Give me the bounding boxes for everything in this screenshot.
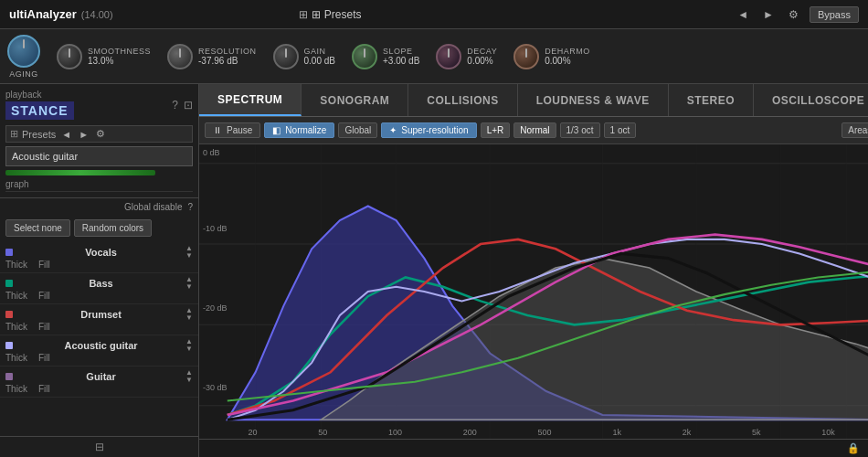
- presets-grid-icon: ⊞: [10, 128, 18, 140]
- track-name-label: Drumset: [80, 309, 122, 320]
- track-item: Acoustic guitar ▲ ▼ Thick Fill: [0, 335, 198, 367]
- preset-gear-button[interactable]: ⚙: [94, 128, 107, 140]
- select-buttons-row: Select none Random colors: [0, 216, 198, 240]
- super-resolution-button[interactable]: ✦ Super-resolution: [381, 122, 476, 138]
- track-details: Thick Fill: [5, 260, 193, 270]
- track-name-row: Vocals ▲ ▼: [5, 245, 193, 260]
- oct-third-button[interactable]: 1/3 oct: [560, 122, 600, 138]
- controls-bar: AGING SMOOTHNESS 13.0% RESOLUTION -37.96…: [0, 29, 868, 84]
- x-label-1k: 1k: [612, 428, 621, 437]
- app-version: (14.00): [81, 9, 113, 20]
- decay-control: DECAY 0.00%: [436, 44, 497, 69]
- sidebar: playback STANCE ? ⊡ ⊞ Presets ◄ ► ⚙ Acou…: [0, 84, 199, 457]
- select-none-button[interactable]: Select none: [5, 219, 70, 237]
- header-right-controls: ◄ ► ⚙ Bypass: [734, 6, 859, 23]
- deharmonic-knob[interactable]: [513, 44, 539, 69]
- presets-text: Presets: [22, 129, 56, 140]
- deharmonic-control: DEHARMO 0.00%: [513, 44, 590, 69]
- graph-label: graph: [5, 175, 193, 192]
- slope-knob[interactable]: [352, 44, 377, 69]
- track-arrows: ▲ ▼: [185, 245, 193, 260]
- track-name-row: Guitar ▲ ▼: [5, 369, 193, 384]
- track-down-arrow[interactable]: ▼: [185, 252, 193, 260]
- help-icon[interactable]: ?: [172, 99, 178, 112]
- track-color-indicator: [5, 311, 13, 318]
- track-fill: Fill: [38, 384, 50, 394]
- x-axis-labels: 20 50 100 200 500 1k 2k 5k 10k: [199, 428, 868, 437]
- tab-collisions[interactable]: COLLISIONS: [408, 84, 517, 116]
- track-style: Thick: [5, 353, 27, 363]
- track-details: Thick Fill: [5, 291, 193, 301]
- x-label-100: 100: [388, 428, 402, 437]
- tab-sonogram[interactable]: SONOGRAM: [302, 84, 408, 116]
- track-fill: Fill: [38, 260, 50, 270]
- presets-label[interactable]: ⊞ Presets: [312, 8, 361, 21]
- smoothness-label: SMOOTHNESS: [88, 47, 151, 56]
- x-label-200: 200: [463, 428, 477, 437]
- sidebar-playback: playback STANCE: [5, 90, 74, 120]
- lock-icon[interactable]: 🔒: [847, 442, 860, 454]
- resolution-label: RESOLUTION: [198, 47, 257, 56]
- aging-knob[interactable]: [7, 35, 40, 68]
- aging-control: AGING: [7, 35, 40, 79]
- track-down-arrow[interactable]: ▼: [185, 314, 193, 322]
- normalize-button[interactable]: ◧ Normalize: [264, 122, 334, 138]
- lr-button[interactable]: L+R: [481, 122, 511, 138]
- gain-value: 0.00 dB: [304, 56, 335, 66]
- y-label-30db: -30 dB: [203, 383, 228, 392]
- super-res-label: Super-resolution: [401, 125, 468, 135]
- slope-value: +3.00 dB: [383, 56, 419, 66]
- preset-next-button[interactable]: ►: [77, 129, 90, 140]
- normal-button[interactable]: Normal: [513, 122, 556, 138]
- x-label-500: 500: [538, 428, 552, 437]
- tab-stereo[interactable]: STEREO: [669, 84, 754, 116]
- resolution-knob[interactable]: [167, 44, 193, 69]
- tab-spectrum[interactable]: SPECTRUM: [199, 84, 302, 116]
- track-down-arrow[interactable]: ▼: [185, 283, 193, 291]
- content-area: SPECTRUMSONOGRAMCOLLISIONSLOUDNESS & WAV…: [199, 84, 868, 457]
- track-color-indicator: [5, 342, 13, 349]
- track-arrows: ▲ ▼: [185, 307, 193, 322]
- sidebar-icons: ? ⊡: [172, 99, 193, 112]
- nav-next-button[interactable]: ►: [759, 6, 778, 23]
- nav-prev-button[interactable]: ◄: [734, 6, 752, 23]
- track-style: Thick: [5, 260, 27, 270]
- x-label-5k: 5k: [752, 428, 761, 437]
- sidebar-bottom: ⊟: [0, 436, 198, 457]
- track-details: Thick Fill: [5, 322, 193, 332]
- preset-prev-button[interactable]: ◄: [59, 129, 73, 140]
- decay-knob[interactable]: [436, 44, 461, 69]
- track-name-label: Guitar: [86, 371, 115, 382]
- global-disable-question-icon[interactable]: ?: [187, 202, 193, 212]
- sidebar-top: playback STANCE ? ⊡ ⊞ Presets ◄ ► ⚙ Acou…: [0, 84, 198, 198]
- super-res-icon: ✦: [389, 125, 397, 135]
- resolution-value: -37.96 dB: [198, 56, 257, 66]
- header-bar: ultiAnalyzer (14.00) ⊞ ⊞ Presets ◄ ► ⚙ B…: [0, 0, 868, 29]
- aging-label: AGING: [9, 69, 38, 79]
- tabs-bar: SPECTRUMSONOGRAMCOLLISIONSLOUDNESS & WAV…: [199, 84, 868, 117]
- oct-button[interactable]: 1 oct: [604, 122, 637, 138]
- track-item: Guitar ▲ ▼ Thick Fill: [0, 367, 198, 398]
- gain-knob[interactable]: [273, 44, 299, 69]
- pause-button[interactable]: ⏸ Pause: [205, 122, 260, 138]
- pause-icon: ⏸: [213, 125, 222, 135]
- settings-icon-button[interactable]: ⚙: [785, 6, 802, 23]
- playback-label: playback: [5, 90, 74, 100]
- sidebar-bottom-icon[interactable]: ⊟: [95, 441, 104, 453]
- random-colors-button[interactable]: Random colors: [74, 219, 152, 237]
- track-down-arrow[interactable]: ▼: [185, 377, 193, 384]
- areas-button[interactable]: Areas: [842, 122, 868, 138]
- bypass-button[interactable]: Bypass: [810, 6, 859, 23]
- app-title: ultiAnalyzer (14.00): [9, 7, 113, 21]
- track-down-arrow[interactable]: ▼: [185, 345, 193, 353]
- tab-oscilloscope[interactable]: OSCILLOSCOPE: [754, 84, 868, 116]
- collapse-icon[interactable]: ⊡: [184, 99, 193, 112]
- smoothness-knob[interactable]: [57, 44, 82, 69]
- tab-loudness---wave[interactable]: LOUDNESS & WAVE: [518, 84, 669, 116]
- track-arrows: ▲ ▼: [185, 276, 193, 291]
- track-name-label: Acoustic guitar: [65, 340, 138, 351]
- track-fill: Fill: [38, 291, 50, 301]
- slope-control: SLOPE +3.00 dB: [352, 44, 419, 69]
- global-button[interactable]: Global: [338, 122, 377, 138]
- track-arrows: ▲ ▼: [185, 369, 193, 384]
